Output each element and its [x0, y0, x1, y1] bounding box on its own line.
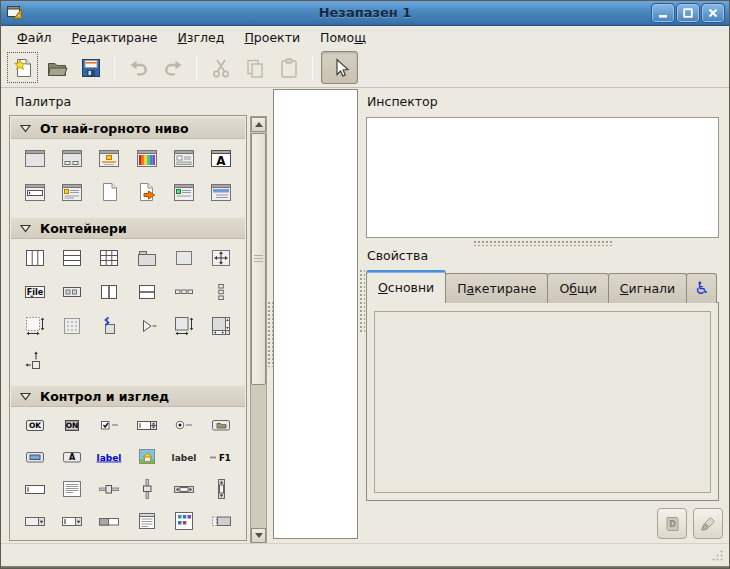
palette-scrollbar[interactable] [250, 116, 267, 544]
palette-item-alignment[interactable] [21, 346, 49, 374]
scrollbar-thumb[interactable] [251, 133, 266, 385]
palette-item-toolbar[interactable] [58, 278, 86, 306]
palette-item-text-view[interactable] [58, 475, 86, 503]
palette-item-progress-bar[interactable] [95, 507, 123, 535]
palette-item-image[interactable] [133, 443, 161, 471]
palette-item-combo-box[interactable] [21, 507, 49, 535]
palette-item-drawing-area[interactable] [58, 312, 86, 340]
palette-item-radio-button[interactable] [170, 411, 198, 439]
palette-item-accel-label[interactable]: F1 [207, 443, 235, 471]
palette-item-file-chooser-dialog[interactable] [170, 144, 198, 172]
palette-section-controls[interactable]: Контрол и изглед [11, 385, 245, 407]
tab-accessibility[interactable]: ♿ [686, 273, 717, 303]
palette-item-button[interactable]: OK [21, 411, 49, 439]
resize-grip[interactable] [711, 549, 724, 562]
tab-common[interactable]: Общи [547, 273, 608, 303]
about-dialog-icon [60, 180, 84, 204]
palette-item-fixed[interactable] [207, 244, 235, 272]
palette-item-cell-view[interactable] [207, 507, 235, 535]
selector-button[interactable] [321, 51, 358, 84]
palette-item-input-dialog[interactable] [21, 178, 49, 206]
palette-item-combo-box-entry[interactable] [58, 507, 86, 535]
palette-item-viewport[interactable] [21, 312, 49, 340]
close-button[interactable] [702, 4, 724, 22]
vbox-icon [60, 246, 84, 270]
paste-button [273, 52, 304, 83]
minimize-button[interactable] [652, 4, 674, 22]
palette-item-horizontal-scale[interactable] [95, 475, 123, 503]
palette-item-color-selection-dialog[interactable] [133, 144, 161, 172]
new-button[interactable] [7, 52, 38, 83]
open-button[interactable] [41, 52, 72, 83]
edit-button[interactable] [693, 508, 723, 539]
palette-item-hbutton-box[interactable] [170, 278, 198, 306]
palette-item-clipped-3[interactable] [133, 539, 161, 541]
menu-view[interactable]: Изглед [168, 28, 235, 47]
palette-item-font-button[interactable]: A [58, 443, 86, 471]
titlebar[interactable]: Незапазен 1 [1, 1, 729, 26]
devhelp-button[interactable]: D [657, 508, 687, 539]
menu-projects[interactable]: Проекти [234, 28, 310, 47]
palette-item-file-chooser-button[interactable] [207, 411, 235, 439]
palette-item-horizontal-scrollbar[interactable] [170, 475, 198, 503]
palette-item-window[interactable] [21, 144, 49, 172]
palette-item-vpaned[interactable] [133, 278, 161, 306]
inspector-resize-handle[interactable] [473, 240, 613, 246]
scroll-up-button[interactable] [251, 117, 266, 132]
palette-item-label[interactable]: label [170, 443, 198, 471]
palette-item-table[interactable] [95, 244, 123, 272]
palette-item-frame[interactable] [170, 244, 198, 272]
app-icon [6, 4, 24, 22]
palette-item-vertical-scale[interactable] [133, 475, 161, 503]
palette-item-handle-box[interactable] [95, 312, 123, 340]
palette-section-toplevel[interactable]: От най-горното ниво [11, 117, 245, 139]
palette-item-clipped-1[interactable] [21, 539, 49, 541]
palette-item-hpaned[interactable] [95, 278, 123, 306]
tab-packing[interactable]: Пакетиране [445, 273, 548, 303]
palette-item-link-button[interactable]: label [95, 443, 123, 471]
palette-item-vbox[interactable] [58, 244, 86, 272]
design-canvas[interactable] [273, 89, 358, 539]
menu-help[interactable]: Помощ [310, 28, 376, 47]
properties-page [366, 302, 719, 501]
palette-item-scrolled-window[interactable] [170, 312, 198, 340]
palette-item-menu-bar[interactable]: File [21, 278, 49, 306]
palette-item-entry[interactable] [21, 475, 49, 503]
palette-item-dialog[interactable] [58, 144, 86, 172]
inspector-view[interactable] [366, 117, 719, 238]
palette-item-toggle-button[interactable]: ON [58, 411, 86, 439]
palette-item-recent-chooser-dialog[interactable] [95, 178, 123, 206]
palette-section-containers[interactable]: Контейнери [11, 217, 245, 239]
table-icon [97, 246, 121, 270]
scroll-down-button[interactable] [251, 528, 266, 543]
toolbar [1, 48, 729, 88]
palette-item-app-window[interactable] [207, 178, 235, 206]
workspace-pane-resize-handle[interactable] [359, 269, 365, 333]
tab-signals[interactable]: Сигнали [608, 273, 687, 303]
palette-item-expander[interactable] [133, 312, 161, 340]
palette-item-layout[interactable] [207, 312, 235, 340]
palette-item-hbox[interactable] [21, 244, 49, 272]
palette-item-page-setup-dialog[interactable] [170, 178, 198, 206]
tab-general[interactable]: Основни [366, 270, 446, 303]
palette-item-tree-view[interactable] [133, 507, 161, 535]
documentation-book-icon: D [662, 514, 682, 534]
palette-item-about-dialog[interactable] [58, 178, 86, 206]
maximize-button[interactable] [677, 4, 699, 22]
menu-file[interactable]: Файл [7, 28, 62, 47]
palette-item-font-selection-dialog[interactable]: A [207, 144, 235, 172]
palette-item-vbutton-box[interactable] [207, 278, 235, 306]
palette-item-clipped-2[interactable] [58, 539, 86, 541]
properties-label: Свойства [367, 248, 428, 263]
menu-edit[interactable]: Редактиране [62, 28, 168, 47]
palette-item-check-button[interactable] [95, 411, 123, 439]
palette-item-notebook[interactable] [133, 244, 161, 272]
palette-item-spin-button[interactable] [133, 411, 161, 439]
assistant-icon [135, 180, 159, 204]
save-button[interactable] [75, 52, 106, 83]
palette-item-message-dialog[interactable] [95, 144, 123, 172]
palette-item-color-button[interactable] [21, 443, 49, 471]
palette-item-vertical-scrollbar[interactable] [207, 475, 235, 503]
palette-item-assistant[interactable] [133, 178, 161, 206]
palette-item-icon-view[interactable] [170, 507, 198, 535]
